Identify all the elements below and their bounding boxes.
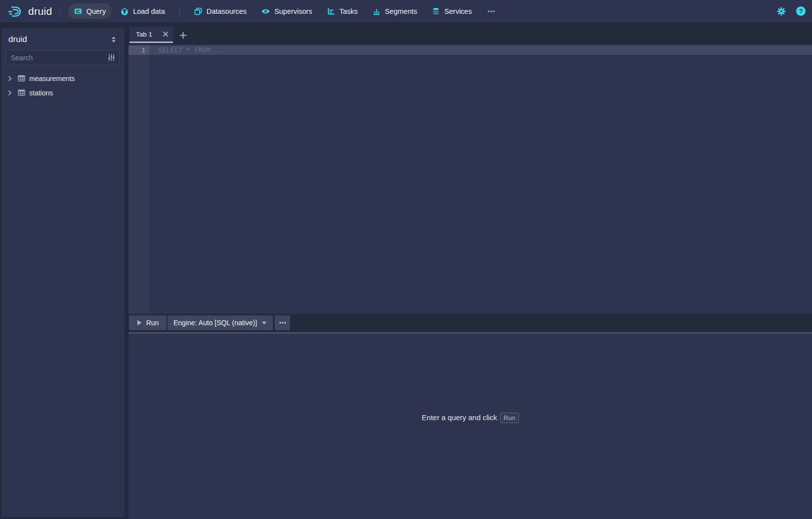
settings-gear-button[interactable]: [776, 6, 786, 16]
tab-close-button[interactable]: [163, 31, 169, 37]
line-number: 1: [128, 45, 145, 55]
more-ellipsis-icon: [487, 7, 496, 15]
editor-placeholder: SELECT * FROM ...: [158, 45, 226, 55]
run-toolbar: Run Engine: Auto [SQL (native)]: [128, 315, 290, 330]
chevron-right-icon[interactable]: [6, 89, 14, 97]
run-button[interactable]: Run: [129, 315, 167, 330]
services-icon: [432, 7, 440, 15]
nav-item-services[interactable]: Services: [426, 3, 478, 19]
engine-button-label: Engine: Auto [SQL (native)]: [173, 319, 257, 327]
brand: druid: [7, 2, 52, 20]
nav-item-label: Load data: [133, 7, 165, 15]
chevron-right-icon[interactable]: [6, 75, 14, 83]
datasources-icon: [194, 7, 202, 15]
tab-label: Tab 1: [136, 31, 163, 38]
results-panel: Enter a query and clickRun: [128, 334, 812, 519]
navbar-right: ?: [776, 6, 806, 16]
table-icon: [17, 88, 26, 97]
druid-console: druid Query Load data: [0, 0, 812, 519]
svg-text:?: ?: [799, 8, 803, 15]
results-empty-message-text: Enter a query and click: [422, 413, 497, 422]
editor-active-line: [128, 45, 812, 55]
schema-title: druid: [8, 35, 27, 44]
tree-row-measurements[interactable]: measurements: [1, 71, 125, 86]
plus-icon: [179, 32, 187, 39]
nav-item-tasks[interactable]: Tasks: [321, 3, 364, 19]
run-key-badge: Run: [500, 413, 519, 423]
query-editor[interactable]: 1 SELECT * FROM ...: [128, 44, 812, 314]
run-button-label: Run: [146, 319, 159, 327]
nav-item-label: Tasks: [340, 7, 358, 15]
navbar-divider: [59, 6, 60, 17]
filter-sliders-icon[interactable]: [107, 53, 116, 62]
navbar-divider: [179, 6, 180, 17]
more-ellipsis-icon: [279, 321, 287, 324]
query-icon: [74, 7, 82, 15]
editor-gutter: [128, 44, 149, 314]
navbar-items: Query Load data Datasources: [67, 3, 503, 19]
new-tab-button[interactable]: [176, 29, 189, 42]
tasks-icon: [327, 7, 335, 15]
nav-item-label: Datasources: [207, 7, 247, 15]
druid-logo-icon: [7, 2, 25, 20]
nav-item-label: Query: [86, 7, 106, 15]
segments-icon: [373, 7, 381, 15]
close-icon: [163, 31, 169, 37]
nav-item-datasources[interactable]: Datasources: [188, 3, 253, 19]
play-icon: [137, 320, 142, 326]
settings-gear-icon: [776, 6, 786, 16]
supervisors-icon: [261, 7, 270, 15]
engine-select-button[interactable]: Engine: Auto [SQL (native)]: [168, 315, 273, 330]
nav-item-load-data[interactable]: Load data: [115, 3, 171, 19]
search-box: [5, 50, 120, 65]
nav-item-label: Services: [444, 7, 472, 15]
search-input[interactable]: [5, 50, 120, 65]
double-caret-vertical-icon[interactable]: [110, 36, 118, 43]
tree-label: measurements: [29, 75, 75, 83]
query-more-button[interactable]: [275, 315, 290, 330]
tree-row-stations[interactable]: stations: [1, 86, 125, 100]
schema-sidebar: druid: [1, 28, 125, 517]
top-navbar: druid Query Load data: [0, 0, 812, 22]
datasource-tree: measurements stations: [1, 71, 125, 100]
results-empty-message: Enter a query and clickRun: [128, 413, 812, 423]
schema-selector[interactable]: druid: [1, 28, 125, 44]
help-icon: ?: [796, 6, 806, 16]
caret-down-icon: [261, 321, 267, 325]
table-icon: [17, 74, 26, 83]
nav-item-segments[interactable]: Segments: [367, 3, 423, 19]
help-button[interactable]: ?: [796, 6, 806, 16]
load-data-icon: [121, 7, 128, 15]
brand-name: druid: [28, 5, 52, 17]
nav-item-query[interactable]: Query: [68, 3, 112, 19]
nav-item-label: Segments: [385, 7, 417, 15]
nav-more-menu-button[interactable]: [481, 3, 502, 19]
tab-query-1[interactable]: Tab 1: [129, 27, 173, 43]
nav-item-label: Supervisors: [274, 7, 312, 15]
nav-item-supervisors[interactable]: Supervisors: [256, 3, 318, 19]
tree-label: stations: [29, 89, 53, 97]
